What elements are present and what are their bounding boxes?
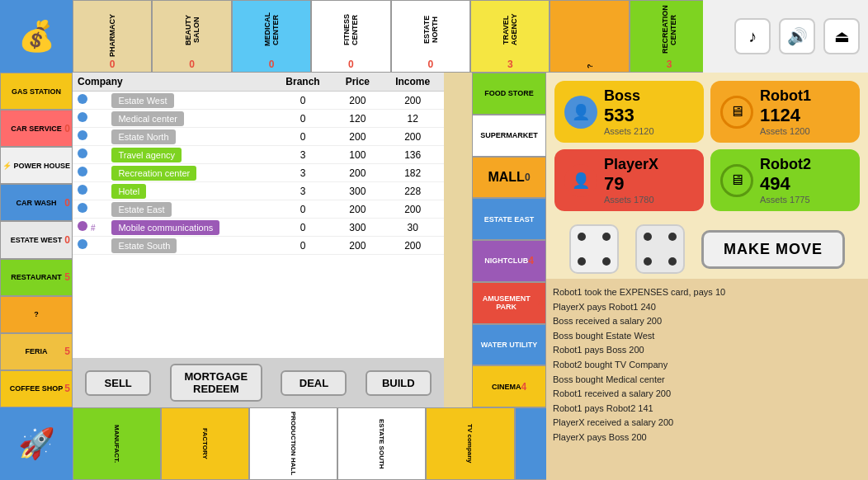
robot2-name: Robot2 (760, 156, 811, 173)
playerx-avatar: 👤 (564, 164, 597, 197)
company-name: Mobile communications (111, 220, 219, 235)
company-dot (78, 130, 87, 140)
log-entry: Robot1 received a salary 200 (553, 387, 861, 402)
sell-button[interactable]: SELL (85, 370, 151, 396)
company-name: Estate South (111, 238, 177, 253)
robot2-score: 494 (760, 173, 811, 195)
mr-cell-estateeast: ESTATE EAST (472, 198, 546, 240)
log-entry: Robot1 pays Boss 200 (553, 343, 861, 358)
robot1-assets: Assets 1200 (760, 126, 811, 136)
bottom-left-icon: 🚀 (0, 407, 73, 480)
dot (668, 233, 677, 241)
build-button[interactable]: BUILD (366, 370, 432, 396)
top-left-icon: 💰 (0, 0, 73, 73)
company-dot (78, 239, 87, 249)
mortgage-redeem-button[interactable]: MORTGAGEREDEEM (170, 364, 263, 402)
table-row[interactable]: Travel agency3100136 (73, 146, 444, 164)
dot (602, 233, 611, 241)
exit-icon[interactable]: ⏏ (823, 18, 860, 54)
log-entry: Robot2 bought TV Company (553, 358, 861, 373)
company-dot (78, 112, 87, 122)
robot1-info: Robot1 1124 Assets 1200 (760, 87, 811, 136)
die-2 (635, 224, 685, 274)
boss-assets: Assets 2120 (604, 126, 654, 136)
bottom-cell-estatesouth: ESTATE SOUTH (337, 407, 426, 480)
robot2-avatar: 🖥 (720, 164, 753, 197)
table-row[interactable]: Estate South0200200 (73, 237, 444, 255)
log-entry: Boss bought Medical center (553, 373, 861, 388)
right-icons: ♪ 🔊 ⏏ (703, 0, 868, 73)
player-playerx: 👤 PlayerX 79 Assets 1780 (554, 149, 704, 211)
col-company: Company (73, 73, 272, 92)
dot (644, 233, 652, 241)
dot (578, 233, 586, 241)
table-row[interactable]: Recreation center3200182 (73, 164, 444, 182)
left-cell-estatewest: ESTATE WEST0 (0, 221, 73, 258)
boss-info: Boss 533 Assets 2120 (604, 87, 654, 136)
company-name: Hotel (111, 184, 146, 199)
right-panel: 👤 Boss 533 Assets 2120 🖥 Robot1 1124 Ass… (546, 73, 868, 480)
company-name: Estate North (111, 129, 175, 144)
dot (602, 257, 611, 266)
col-income: Income (381, 73, 444, 92)
bottom-cell-production: PRODUCTION HALL (249, 407, 337, 480)
left-cell-question2: ? (0, 296, 73, 333)
top-cell-fitness-center: FITNESS CENTER0 (311, 0, 390, 73)
playerx-score: 79 (604, 173, 658, 195)
music-icon[interactable]: ♪ (734, 18, 771, 54)
playerx-name: PlayerX (604, 156, 658, 173)
bottom-cell-tvcompany: TV company (426, 407, 514, 480)
volume-icon[interactable]: 🔊 (779, 18, 815, 54)
dot (668, 257, 677, 266)
mr-cell-supermarket: SUPERMARKET (472, 115, 546, 157)
log-entry: PlayerX received a salary 200 (553, 416, 861, 431)
table-row[interactable]: Hotel3300228 (73, 182, 444, 200)
mr-cell-waterutility: WATER UTILITY (472, 324, 546, 366)
robot1-name: Robot1 (760, 87, 811, 105)
left-cell-restaurant: RESTAURANT5 (0, 259, 73, 296)
robot2-assets: Assets 1775 (760, 195, 811, 205)
top-cell-?: ? (550, 0, 629, 73)
make-move-button[interactable]: MAKE MOVE (701, 230, 845, 269)
player-robot1: 🖥 Robot1 1124 Assets 1200 (710, 81, 860, 143)
top-cell-travel-agency: TRAVEL AGENCY3 (470, 0, 550, 73)
top-cell-estate-north: ESTATE NORTH0 (391, 0, 470, 73)
robot2-info: Robot2 494 Assets 1775 (760, 156, 811, 205)
table-row[interactable]: Estate East0200200 (73, 200, 444, 219)
log-entry: PlayerX pays Robot1 240 (553, 300, 861, 315)
playerx-assets: Assets 1780 (604, 195, 658, 205)
table-row[interactable]: Estate West0200200 (73, 92, 444, 110)
player-robot2: 🖥 Robot2 494 Assets 1775 (710, 149, 860, 211)
mr-cell-foodstore: FOOD STORE (472, 73, 546, 115)
col-branch: Branch (272, 73, 334, 92)
company-table: Company Branch Price Income Estate West0… (73, 73, 444, 255)
company-dot (78, 94, 87, 104)
company-dot (78, 185, 87, 195)
dot (644, 257, 652, 266)
company-dot (78, 148, 87, 158)
log-entry: Boss received a salary 200 (553, 314, 861, 329)
log-entry: Robot1 took the EXPENSES card, pays 10 (553, 285, 861, 300)
company-name: Recreation center (111, 166, 196, 181)
col-price: Price (333, 73, 381, 92)
log-entry: Boss bought Estate West (553, 329, 861, 344)
left-cell-carservice: CAR SERVICE0 (0, 110, 73, 147)
mr-cell-cinema: CINEMA4 (472, 365, 546, 407)
left-sidebar: GAS STATIONCAR SERVICE0⚡ POWER HOUSECAR … (0, 73, 73, 407)
boss-name: Boss (604, 87, 654, 105)
company-name: Estate East (111, 202, 171, 217)
bottom-cell-factory2: FACTORY (161, 407, 249, 480)
left-cell-gas: GAS STATION (0, 73, 73, 110)
table-row[interactable]: #Mobile communications030030 (73, 219, 444, 237)
boss-avatar: 👤 (564, 96, 597, 129)
table-row[interactable]: Estate North0200200 (73, 128, 444, 146)
dot (578, 257, 586, 266)
left-cell-carwash: CAR WASH0 (0, 184, 73, 221)
table-row[interactable]: Medical center012012 (73, 110, 444, 128)
left-cell-powerhouse: ⚡ POWER HOUSE (0, 147, 73, 184)
deal-button[interactable]: DEAL (281, 370, 347, 396)
top-cell-beauty-salon: BEAUTY SALON0 (152, 0, 231, 73)
dice-area: MAKE MOVE (546, 219, 868, 279)
top-cell-pharmacy: PHARMACY0 (73, 0, 152, 73)
boss-score: 533 (604, 105, 654, 126)
